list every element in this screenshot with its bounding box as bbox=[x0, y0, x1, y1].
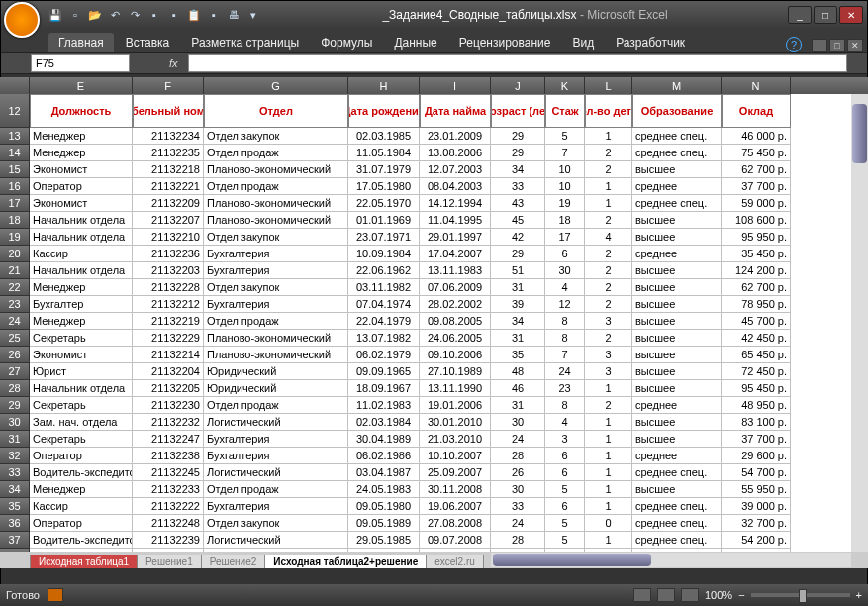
cell[interactable]: высшее bbox=[632, 330, 722, 347]
cell[interactable]: 2 bbox=[585, 212, 632, 229]
table-col-header[interactable]: Оклад bbox=[722, 94, 791, 128]
view-normal-button[interactable] bbox=[633, 588, 651, 602]
cell[interactable]: Кассир bbox=[30, 246, 133, 262]
cell[interactable]: 19.06.2007 bbox=[420, 498, 491, 515]
cell[interactable]: 21132236 bbox=[133, 246, 204, 262]
cell[interactable]: 09.05.1989 bbox=[348, 515, 420, 532]
cell[interactable]: Юрист bbox=[30, 363, 133, 380]
cell[interactable]: 21132248 bbox=[133, 515, 204, 532]
col-header[interactable]: I bbox=[420, 77, 491, 94]
cell[interactable]: 48 bbox=[491, 363, 545, 380]
row-header[interactable]: 32 bbox=[0, 448, 30, 464]
cell[interactable]: высшее bbox=[632, 347, 722, 363]
cell[interactable]: Оператор bbox=[30, 515, 133, 532]
cell[interactable]: 21132218 bbox=[133, 161, 204, 178]
sheet-tab[interactable]: excel2.ru bbox=[426, 555, 484, 568]
tab-data[interactable]: Данные bbox=[384, 33, 446, 52]
open-icon[interactable]: 📂 bbox=[86, 6, 104, 24]
cell[interactable]: Отдел закупок bbox=[204, 279, 348, 296]
qat-icon[interactable]: ▪ bbox=[165, 6, 183, 24]
cell[interactable]: 45 bbox=[491, 212, 545, 229]
cell[interactable]: 10.09.1984 bbox=[348, 246, 420, 262]
cell[interactable]: 124 200 р. bbox=[722, 262, 791, 279]
cell[interactable]: 43 bbox=[491, 195, 545, 212]
cell[interactable]: 06.02.1986 bbox=[348, 448, 420, 464]
cell[interactable]: 30.01.2010 bbox=[420, 414, 491, 431]
cell[interactable]: 1 bbox=[585, 431, 632, 448]
cell[interactable]: 09.09.1965 bbox=[348, 363, 420, 380]
scroll-thumb[interactable] bbox=[852, 104, 867, 163]
cell[interactable]: среднее спец. bbox=[632, 145, 722, 161]
cell[interactable]: 54 700 р. bbox=[722, 464, 791, 481]
wb-restore-button[interactable]: □ bbox=[829, 39, 845, 52]
row-header[interactable]: 30 bbox=[0, 414, 30, 431]
cell[interactable]: 03.04.1987 bbox=[348, 464, 420, 481]
row-header[interactable]: 35 bbox=[0, 498, 30, 515]
cell[interactable]: Менеджер bbox=[30, 279, 133, 296]
row-header[interactable]: 23 bbox=[0, 296, 30, 313]
cell[interactable]: 21132245 bbox=[133, 464, 204, 481]
cell[interactable]: 1 bbox=[585, 448, 632, 464]
cell[interactable]: 29.05.1985 bbox=[348, 532, 420, 549]
row-header[interactable]: 24 bbox=[0, 313, 30, 330]
cell[interactable]: среднее спец. bbox=[632, 195, 722, 212]
cell[interactable]: 30 bbox=[491, 414, 545, 431]
paste-icon[interactable]: 📋 bbox=[185, 6, 203, 24]
row-header[interactable]: 25 bbox=[0, 330, 30, 347]
cell[interactable]: 25.09.2007 bbox=[420, 464, 491, 481]
cell[interactable]: Секретарь bbox=[30, 397, 133, 414]
view-layout-button[interactable] bbox=[657, 588, 675, 602]
cell[interactable]: 42 bbox=[491, 229, 545, 246]
sheet-tab[interactable]: Исходная таблица2+решение bbox=[264, 555, 427, 568]
cell[interactable]: 21132204 bbox=[133, 363, 204, 380]
cell[interactable]: 21132205 bbox=[133, 380, 204, 397]
cell[interactable]: 03.11.1982 bbox=[348, 279, 420, 296]
cell[interactable]: Отдел закупок bbox=[204, 515, 348, 532]
cell[interactable]: 02.03.1984 bbox=[348, 414, 420, 431]
cell[interactable]: 6 bbox=[545, 448, 585, 464]
cell[interactable]: Зам. нач. отдела bbox=[30, 414, 133, 431]
cell[interactable]: 4 bbox=[585, 229, 632, 246]
row-header[interactable]: 14 bbox=[0, 145, 30, 161]
cell[interactable]: 3 bbox=[545, 431, 585, 448]
cell[interactable]: среднее bbox=[632, 246, 722, 262]
cell[interactable]: Менеджер bbox=[30, 145, 133, 161]
cell[interactable]: высшее bbox=[632, 296, 722, 313]
cell[interactable]: 1 bbox=[585, 498, 632, 515]
sheet-tab[interactable]: Исходная таблица1 bbox=[30, 555, 138, 568]
row-header[interactable]: 22 bbox=[0, 279, 30, 296]
cell[interactable]: 24 bbox=[491, 515, 545, 532]
cell[interactable]: 33 bbox=[491, 498, 545, 515]
cell[interactable]: 3 bbox=[585, 363, 632, 380]
cell[interactable]: 1 bbox=[585, 195, 632, 212]
cell[interactable]: Менеджер bbox=[30, 481, 133, 498]
cell[interactable]: высшее bbox=[632, 279, 722, 296]
table-col-header[interactable]: Возраст (лет) bbox=[491, 94, 545, 128]
cell[interactable]: 1 bbox=[585, 178, 632, 195]
cell[interactable]: 31.07.1979 bbox=[348, 161, 420, 178]
cell[interactable]: 21132214 bbox=[133, 347, 204, 363]
cell[interactable]: среднее спец. bbox=[632, 515, 722, 532]
view-pagebreak-button[interactable] bbox=[681, 588, 699, 602]
cell[interactable]: 2 bbox=[585, 262, 632, 279]
cell[interactable]: 4 bbox=[545, 279, 585, 296]
col-header[interactable]: K bbox=[545, 77, 585, 94]
cell[interactable]: Оператор bbox=[30, 448, 133, 464]
cell[interactable]: Планово-экономический bbox=[204, 330, 348, 347]
cell[interactable]: 45 700 р. bbox=[722, 313, 791, 330]
qat-more-icon[interactable]: ▾ bbox=[244, 6, 262, 24]
cell[interactable]: 29 600 р. bbox=[722, 448, 791, 464]
cell[interactable]: Отдел продаж bbox=[204, 397, 348, 414]
cell[interactable]: 29 bbox=[491, 128, 545, 145]
cell[interactable]: 14.12.1994 bbox=[420, 195, 491, 212]
table-col-header[interactable]: Дата найма bbox=[420, 94, 491, 128]
cell[interactable]: 1 bbox=[585, 464, 632, 481]
cell[interactable]: Начальник отдела bbox=[30, 380, 133, 397]
cell[interactable]: 33 bbox=[491, 178, 545, 195]
cell[interactable]: 62 700 р. bbox=[722, 161, 791, 178]
cell[interactable]: Логистический bbox=[204, 532, 348, 549]
cell[interactable]: 31 bbox=[491, 279, 545, 296]
cell[interactable]: 24 bbox=[545, 363, 585, 380]
save-icon[interactable]: 💾 bbox=[47, 6, 64, 24]
fx-icon[interactable]: fx bbox=[169, 57, 178, 69]
